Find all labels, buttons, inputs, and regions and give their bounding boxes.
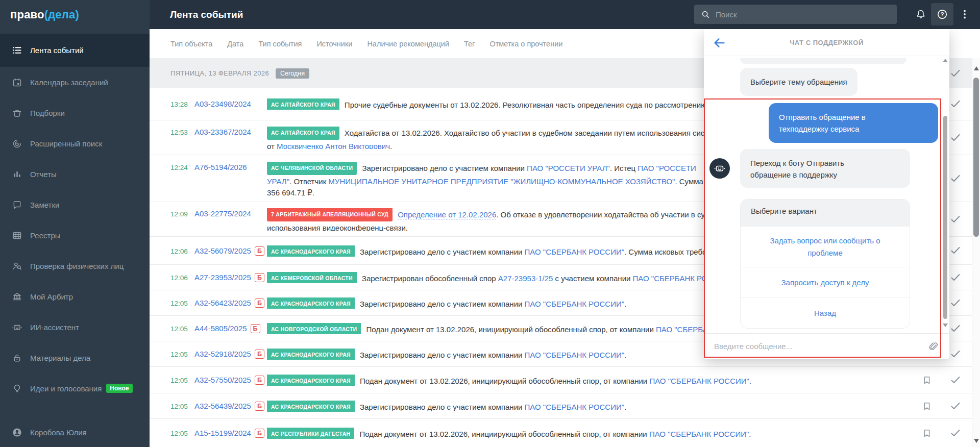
mark-read-icon[interactable]: [949, 132, 962, 144]
court-badge: АС КРАСНОДАРСКОГО КРАЯ: [267, 375, 355, 386]
chat-scroll-down-icon[interactable]: [943, 324, 948, 327]
lightbulb-icon: [11, 383, 22, 394]
case-number-link[interactable]: А32-56423/2025: [194, 299, 251, 307]
sidebar-item-case-files[interactable]: Материалы дела: [0, 342, 150, 373]
filter-5[interactable]: Тег: [464, 40, 475, 48]
page-scroll-up-icon[interactable]: [974, 66, 979, 70]
sidebar-item-person-check[interactable]: Проверка физических лиц: [0, 251, 150, 281]
sidebar-item-registries[interactable]: Реестры: [0, 220, 150, 251]
case-number-link[interactable]: А27-23953/2025: [194, 273, 251, 282]
chat-option-2[interactable]: Назад: [741, 297, 910, 328]
case-number-link[interactable]: А44-5805/2025: [194, 324, 247, 333]
app-logo[interactable]: право(дела): [0, 0, 150, 29]
page-scroll-down-icon[interactable]: [974, 439, 979, 443]
event-time: 12:05: [170, 401, 194, 412]
more-menu-button[interactable]: [953, 3, 976, 26]
bookmark-icon[interactable]: [922, 375, 932, 385]
case-number-link[interactable]: А03-22775/2024: [194, 209, 251, 218]
filter-3[interactable]: Источники: [316, 40, 352, 48]
event-time: 12:05: [170, 298, 194, 309]
mark-read-icon[interactable]: [949, 400, 962, 412]
sidebar-item-my-arbitr[interactable]: Мой Арбитр: [0, 281, 150, 312]
paperclip-icon[interactable]: [928, 341, 939, 352]
mark-read-icon[interactable]: [949, 98, 962, 110]
filter-0[interactable]: Тип объекта: [170, 40, 212, 48]
bankruptcy-badge: Б: [255, 402, 264, 411]
description-link[interactable]: Москвиченко Антон Викторович: [277, 142, 390, 149]
case-cell: А32-56079/2025Б: [194, 245, 267, 257]
description-link[interactable]: ПАО "СБЕРБАНК РОССИИ": [525, 247, 624, 256]
mark-read-icon[interactable]: [949, 213, 962, 226]
bankruptcy-badge: Б: [255, 429, 264, 438]
case-number-link[interactable]: А32-52918/2025: [194, 350, 251, 358]
description-link[interactable]: МУНИЦИПАЛЬНОЕ УНИТАРНОЕ ПРЕДПРИЯТИЕ "ЖИЛ…: [328, 177, 675, 186]
case-number-link[interactable]: А32-56079/2025: [194, 246, 251, 255]
svg-text:?: ?: [940, 11, 944, 17]
mark-read-icon[interactable]: [949, 271, 962, 284]
mark-read-icon[interactable]: [949, 322, 962, 335]
case-cell: А03-23367/2024: [194, 127, 267, 138]
filter-2[interactable]: Тип события: [258, 40, 302, 48]
case-cell: А03-22775/2024: [194, 208, 267, 219]
logo-text-accent: (дела): [44, 8, 79, 21]
case-number-link[interactable]: А03-23367/2024: [194, 128, 251, 136]
filter-4[interactable]: Наличие рекомендаций: [367, 40, 449, 48]
case-number-link[interactable]: А76-5194/2026: [194, 163, 247, 171]
chat-title: ЧАТ С ПОДДЕРЖКОЙ: [704, 29, 949, 56]
mark-read-icon[interactable]: [949, 172, 962, 185]
sidebar-item-advanced-search[interactable]: Расширенный поиск: [0, 128, 150, 159]
registries-icon: [11, 230, 22, 241]
sidebar-item-reports[interactable]: Отчеты: [0, 159, 150, 189]
page-scrollbar[interactable]: [972, 58, 980, 447]
case-number-link[interactable]: А03-23498/2024: [194, 100, 251, 108]
case-cell: А27-23953/2025Б: [194, 272, 267, 283]
chat-option-1[interactable]: Запросить доступ к делу: [741, 267, 910, 297]
chat-scrollbar-thumb[interactable]: [943, 116, 947, 319]
bankruptcy-badge: Б: [255, 273, 264, 282]
description-link[interactable]: ПАО "РОССЕТИ УРАЛ": [527, 164, 610, 172]
case-number-link[interactable]: А15-15199/2024: [194, 429, 251, 437]
sidebar-item-ai-assistant[interactable]: ИИ-ассистент: [0, 312, 150, 342]
mark-read-icon[interactable]: [949, 427, 962, 439]
today-badge: Сегодня: [276, 68, 309, 79]
notifications-button[interactable]: [910, 3, 932, 26]
search-box[interactable]: [694, 5, 897, 24]
bankruptcy-badge: Б: [255, 299, 264, 308]
chat-message-input[interactable]: [714, 342, 928, 351]
description-link[interactable]: ПАО "СБЕРБАНК РОССИИ": [525, 403, 624, 411]
case-number-link[interactable]: А32-56439/2025: [194, 402, 251, 410]
mark-read-icon[interactable]: [949, 244, 962, 257]
sidebar-item-calendar[interactable]: Календарь заседаний: [0, 67, 150, 97]
sidebar-item-collections[interactable]: Подборки: [0, 97, 150, 128]
page-scrollbar-thumb[interactable]: [973, 78, 979, 237]
chat-option-0[interactable]: Задать вопрос или сообщить о проблеме: [741, 226, 910, 267]
event-time: 12:06: [170, 246, 194, 257]
mark-read-icon[interactable]: [949, 374, 962, 386]
case-number-link[interactable]: А32-57550/2025: [194, 376, 251, 384]
mark-read-icon[interactable]: [949, 348, 962, 360]
court-badge: АС КРАСНОДАРСКОГО КРАЯ: [267, 401, 355, 412]
description-link[interactable]: ПАО "СБЕРБАНК РОССИИ": [525, 351, 624, 359]
description-link[interactable]: ПАО "СБЕРБАНК РОССИИ": [649, 377, 749, 385]
chat-scroll-up-icon[interactable]: [943, 59, 948, 62]
case-cell: А32-52918/2025Б: [194, 349, 267, 360]
sidebar-user-profile[interactable]: Коробова Юлия: [0, 419, 150, 445]
mark-all-read-icon[interactable]: [949, 67, 962, 80]
sidebar-item-notes[interactable]: Заметки: [0, 189, 150, 220]
sidebar-item-feed[interactable]: Лента событий: [0, 34, 150, 67]
court-icon: [11, 291, 22, 302]
sidebar-item-ideas[interactable]: Идеи и голосования Новое: [0, 373, 150, 404]
filter-1[interactable]: Дата: [227, 40, 243, 48]
search-input[interactable]: [716, 10, 891, 19]
event-time: 12:05: [170, 324, 194, 335]
bookmark-icon[interactable]: [922, 401, 932, 411]
filter-6[interactable]: Отметка о прочтении: [489, 40, 562, 48]
bookmark-icon[interactable]: [922, 428, 932, 438]
mark-read-icon[interactable]: [949, 297, 962, 309]
description-link[interactable]: ПАО "СБЕРБАНК РОССИИ": [649, 430, 749, 438]
description-link[interactable]: Определение от 12.02.2026: [398, 210, 496, 219]
chat-scrollbar[interactable]: [943, 59, 948, 327]
help-button[interactable]: ?: [931, 3, 953, 26]
description-link[interactable]: А27-23953-1/25: [498, 274, 553, 283]
description-link[interactable]: ПАО "СБЕРБАНК РОССИИ": [525, 300, 624, 308]
